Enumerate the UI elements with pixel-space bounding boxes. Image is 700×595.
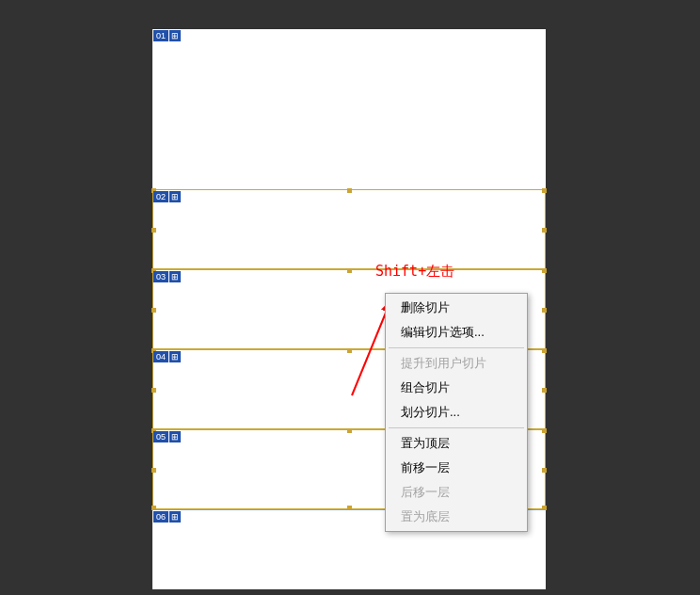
slice-type-icon <box>169 431 181 442</box>
menu-separator <box>389 347 524 348</box>
slice-type-icon <box>169 511 181 523</box>
slice-badge-01[interactable]: 01 <box>153 30 181 41</box>
annotation-hint: Shift+左击 <box>375 263 454 281</box>
slice-type-icon <box>169 351 181 362</box>
slice-type-icon <box>169 30 181 41</box>
menu-promote-user-slice: 提升到用户切片 <box>388 351 525 376</box>
menu-edit-slice-options[interactable]: 编辑切片选项... <box>388 320 525 345</box>
menu-divide-slice[interactable]: 划分切片... <box>388 400 525 425</box>
menu-delete-slice[interactable]: 删除切片 <box>388 296 525 320</box>
slice-context-menu: 删除切片 编辑切片选项... 提升到用户切片 组合切片 划分切片... 置为顶层… <box>385 293 528 532</box>
slice-number: 05 <box>153 431 168 442</box>
menu-send-backward: 后移一层 <box>388 480 525 505</box>
menu-bring-to-front[interactable]: 置为顶层 <box>388 431 525 456</box>
menu-combine-slices[interactable]: 组合切片 <box>388 376 525 400</box>
slice-badge-06[interactable]: 06 <box>153 511 181 523</box>
slice-badge-02[interactable]: 02 <box>153 191 181 202</box>
menu-send-to-back: 置为底层 <box>388 505 525 529</box>
menu-bring-forward[interactable]: 前移一层 <box>388 456 525 480</box>
slice-number: 04 <box>153 351 168 362</box>
slice-type-icon <box>169 191 181 202</box>
slice-number: 02 <box>153 191 168 202</box>
slice-badge-05[interactable]: 05 <box>153 431 181 442</box>
slice-badge-03[interactable]: 03 <box>153 271 181 282</box>
slice-number: 03 <box>153 271 168 282</box>
menu-separator <box>389 427 524 428</box>
slice-badge-04[interactable]: 04 <box>153 351 181 362</box>
slice-number: 01 <box>153 30 168 41</box>
slice-box-02[interactable] <box>152 189 546 269</box>
slice-type-icon <box>169 271 181 282</box>
slice-number: 06 <box>153 511 168 523</box>
